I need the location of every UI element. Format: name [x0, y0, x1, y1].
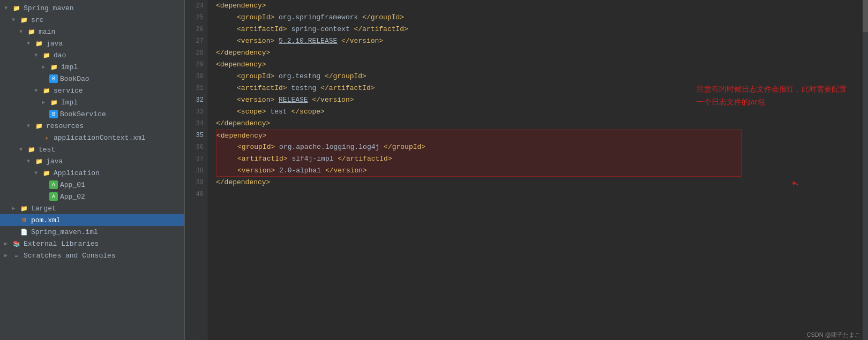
code-line-26: <artifactId> spring-context </artifactId… [216, 24, 859, 35]
tree-item-java-test[interactable]: ▼ 📁 java [0, 155, 184, 167]
code-line-25: <groupId> org.springframework </groupId> [216, 12, 859, 24]
tree-item-impl[interactable]: ▶ 📁 impl [0, 61, 184, 73]
scrollbar-thumb[interactable] [863, 0, 868, 32]
tag-open: <artifactId> [237, 155, 288, 163]
code-line-28: </dependency> [216, 47, 859, 59]
line-26: 26 [185, 24, 204, 35]
folder-icon: 📁 [42, 51, 51, 59]
tag-open: <scope> [237, 108, 266, 116]
tree-label: pom.xml [31, 216, 61, 224]
tree-item-main[interactable]: ▼ 📁 main [0, 26, 184, 37]
tree-item-application[interactable]: ▼ 📁 Application [0, 167, 184, 179]
line-35: 35 [185, 130, 204, 141]
folder-icon: 📁 [42, 169, 51, 177]
code-text [216, 155, 233, 163]
tree-label: src [31, 16, 43, 24]
tree-label: Scratches and Consoles [24, 252, 116, 260]
tree-label: java [46, 157, 63, 165]
line-25: 25 [185, 12, 204, 24]
code-text [216, 108, 233, 116]
xml-icon: ✦ [42, 134, 51, 141]
tag-open: <groupId> [237, 13, 274, 21]
tree-label: applicationContext.xml [54, 134, 146, 142]
tree-item-scratches[interactable]: ▶ ✏️ Scratches and Consoles [0, 250, 184, 261]
code-text: 2.0-alpha1 [279, 167, 321, 175]
code-line-36: <groupId> org.apache.logging.log4j </gro… [216, 141, 742, 153]
tree-item-bookservice[interactable]: B BookService [0, 108, 184, 120]
tree-item-app02[interactable]: A App_02 [0, 191, 184, 202]
line-31: 31 [185, 82, 204, 94]
tag-close: </scope> [291, 108, 324, 116]
line-34: 34 [185, 118, 204, 130]
folder-icon: 📁 [12, 4, 21, 12]
tree-item-src[interactable]: ▼ 📁 src [0, 14, 184, 26]
code-line-39: </dependency> [216, 177, 859, 188]
line-37: 37 [185, 153, 204, 165]
tag-open: <version> [237, 37, 274, 45]
tag-close: </groupId> [362, 13, 404, 21]
tree-label: Application [54, 169, 100, 177]
tree-item-test[interactable]: ▼ 📁 test [0, 143, 184, 155]
line-36: 36 [185, 141, 204, 153]
tree-item-pomxml[interactable]: m pom.xml [0, 214, 184, 226]
line-29: 29 [185, 59, 204, 71]
iml-icon: 📄 [19, 228, 29, 236]
tag-close: </version> [312, 96, 354, 104]
folder-icon: 📁 [49, 99, 59, 106]
code-text: slf4j-impl [291, 155, 333, 163]
folder-icon: 📁 [27, 146, 36, 153]
code-text: RELEASE [279, 96, 308, 104]
tag-close: </dependency> [216, 119, 270, 127]
folder-icon: 📁 [49, 63, 59, 71]
tree-label: App_01 [60, 181, 85, 189]
tree-item-extlibs[interactable]: ▶ 📚 External Libraries [0, 238, 184, 250]
tree-item-service[interactable]: ▼ 📁 service [0, 85, 184, 96]
lib-icon: 📚 [12, 240, 21, 247]
code-editor-panel: <dependency> <groupId> org.springframewo… [207, 0, 868, 340]
tree-label: App_02 [60, 193, 85, 201]
folder-blue-icon: 📁 [34, 40, 44, 47]
tree-item-impl2[interactable]: ▶ 📁 Impl [0, 96, 184, 108]
tag-close: </artifactId> [338, 155, 392, 163]
tree-item-springiml[interactable]: 📄 Spring_maven.iml [0, 226, 184, 238]
line-32: 32 [185, 94, 204, 106]
line-40: 40 [185, 188, 204, 200]
code-text: 5.2.10.RELEASE [279, 37, 337, 45]
line-33: 33 [185, 106, 204, 118]
tag-close: </groupId> [325, 72, 366, 80]
tree-item-resources[interactable]: ▼ 📁 resources [0, 120, 184, 132]
tag-close: </version> [341, 37, 383, 45]
tree-item-bookdao[interactable]: B BookDao [0, 73, 184, 85]
code-text [216, 72, 233, 80]
tag-close: </dependency> [216, 178, 270, 186]
code-text: test [270, 108, 287, 116]
java-class-icon: B [49, 110, 58, 118]
pom-icon: m [19, 216, 29, 224]
annotation-box: 注意有的时候日志文件会报红，此时需要配置一个日志文件的jar包 [697, 83, 852, 109]
code-line-35: <dependency> [216, 130, 742, 141]
tree-label: Spring_maven.iml [31, 228, 98, 236]
code-text [216, 13, 233, 21]
tree-label: main [39, 28, 55, 36]
tree-item-app01[interactable]: A App_01 [0, 179, 184, 191]
code-text [216, 96, 233, 104]
line-39: 39 [185, 177, 204, 188]
folder-icon: 📁 [34, 122, 44, 130]
code-text: org.testng [279, 72, 320, 80]
tag-open: <dependency> [216, 132, 267, 140]
code-text [216, 25, 233, 33]
status-bar: CSDN @团子たまこ [807, 331, 860, 339]
tree-item-dao[interactable]: ▼ 📁 dao [0, 49, 184, 61]
scrollbar-track[interactable] [863, 0, 868, 340]
code-line-38: <version> 2.0-alpha1 </version> [216, 165, 742, 177]
code-line-24: <dependency> [216, 0, 859, 12]
code-content[interactable]: <dependency> <groupId> org.springframewo… [207, 0, 868, 340]
folder-icon: 📁 [42, 87, 51, 94]
scratch-icon: ✏️ [12, 252, 21, 259]
tree-item-spring-maven[interactable]: ▼ 📁 Spring_maven [0, 2, 184, 14]
tree-item-target[interactable]: ▶ 📁 target [0, 202, 184, 214]
line-24: 24 [185, 0, 204, 12]
tree-item-appcontext[interactable]: ✦ applicationContext.xml [0, 132, 184, 143]
tree-item-java[interactable]: ▼ 📁 java [0, 37, 184, 49]
annotation-text: 注意有的时候日志文件会报红，此时需要配置一个日志文件的jar包 [697, 85, 847, 106]
